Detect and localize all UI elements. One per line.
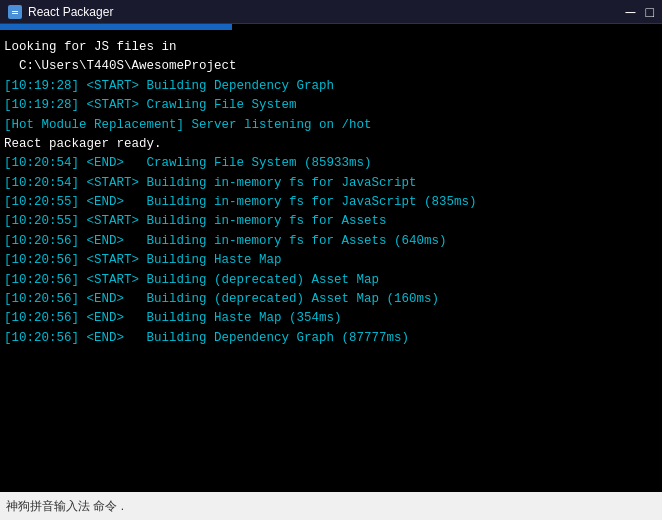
ime-bar: 神狗拼音输入法 命令 . <box>0 492 662 520</box>
terminal-line: [10:20:56] <END> Building Haste Map (354… <box>4 309 658 328</box>
terminal-line: Looking for JS files in <box>4 38 658 57</box>
terminal-line: [10:20:54] <END> Crawling File System (8… <box>4 154 658 173</box>
terminal-line: [10:20:55] <END> Building in-memory fs f… <box>4 193 658 212</box>
window-title: React Packager <box>28 5 113 19</box>
terminal-line: [10:20:54] <START> Building in-memory fs… <box>4 174 658 193</box>
terminal-line: [10:19:28] <START> Building Dependency G… <box>4 77 658 96</box>
app-window: React Packager ─ □ Looking for JS files … <box>0 0 662 520</box>
ime-text: 神狗拼音输入法 命令 . <box>6 498 124 515</box>
svg-rect-1 <box>12 11 18 12</box>
terminal-line: [10:20:56] <END> Building (deprecated) A… <box>4 290 658 309</box>
minimize-button[interactable]: ─ <box>626 5 636 19</box>
terminal-line: [10:20:56] <START> Building Haste Map <box>4 251 658 270</box>
terminal-line: [10:20:56] <END> Building Dependency Gra… <box>4 329 658 348</box>
terminal-output: Looking for JS files in C:\Users\T440S\A… <box>0 30 662 492</box>
terminal-line: [10:19:28] <START> Crawling File System <box>4 96 658 115</box>
terminal-line: React packager ready. <box>4 135 658 154</box>
title-bar-left: React Packager <box>8 5 113 19</box>
terminal-line: C:\Users\T440S\AwesomeProject <box>4 57 658 76</box>
terminal-line: [Hot Module Replacement] Server listenin… <box>4 116 658 135</box>
svg-rect-2 <box>12 13 18 14</box>
terminal-line: [10:20:56] <START> Building (deprecated)… <box>4 271 658 290</box>
title-bar-controls: ─ □ <box>626 5 654 19</box>
title-bar: React Packager ─ □ <box>0 0 662 24</box>
app-icon <box>8 5 22 19</box>
maximize-button[interactable]: □ <box>646 5 654 19</box>
terminal-line: [10:20:56] <END> Building in-memory fs f… <box>4 232 658 251</box>
terminal-line: [10:20:55] <START> Building in-memory fs… <box>4 212 658 231</box>
